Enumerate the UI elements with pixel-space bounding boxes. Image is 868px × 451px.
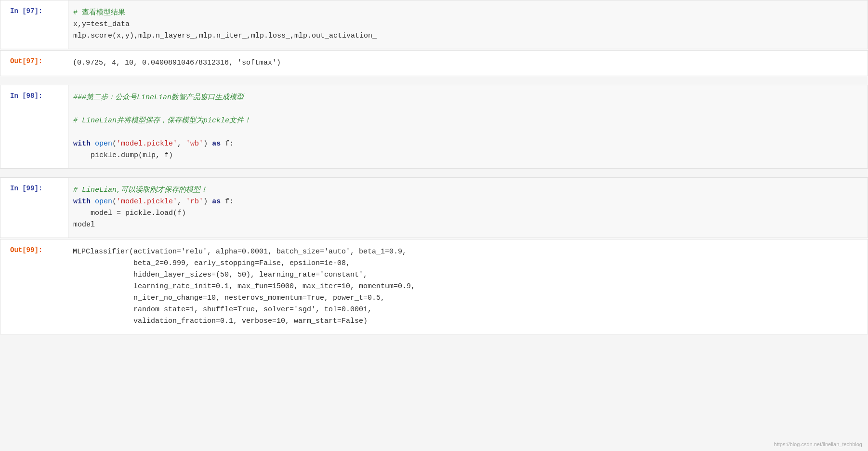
cell-98-code[interactable]: ###第二步：公众号LineLian数智产品窗口生成模型 # LineLian并… — [68, 85, 868, 168]
cell-99: In [99]: # LineLian,可以读取刚才保存的模型！ with op… — [0, 177, 868, 238]
cell-99-code[interactable]: # LineLian,可以读取刚才保存的模型！ with open('model… — [68, 178, 868, 238]
watermark: https://blog.csdn.net/linelian_techblog — [774, 441, 862, 447]
cell-98-in-label: In [98]: — [0, 85, 68, 168]
cell-97-output-row: Out[97]: (0.9725, 4, 10, 0.0400891046783… — [0, 51, 868, 76]
cell-97: In [97]: # 查看模型结果 x,y=test_data mlp.scor… — [0, 0, 868, 49]
cell-98-input: In [98]: ###第二步：公众号LineLian数智产品窗口生成模型 # … — [0, 85, 868, 168]
cell-99-input: In [99]: # LineLian,可以读取刚才保存的模型！ with op… — [0, 178, 868, 238]
cell-97-code[interactable]: # 查看模型结果 x,y=test_data mlp.score(x,y),ml… — [68, 0, 868, 49]
cell-99-output-block: Out[99]: MLPClassifier(activation='relu'… — [0, 239, 868, 334]
cell-99-out-label: Out[99]: — [0, 239, 68, 334]
cell-97-output-block: Out[97]: (0.9725, 4, 10, 0.0400891046783… — [0, 50, 868, 76]
cell-99-in-label: In [99]: — [0, 178, 68, 238]
cell-97-input: In [97]: # 查看模型结果 x,y=test_data mlp.scor… — [0, 0, 868, 49]
cell-99-output-row: Out[99]: MLPClassifier(activation='relu'… — [0, 239, 868, 334]
notebook: In [97]: # 查看模型结果 x,y=test_data mlp.scor… — [0, 0, 868, 451]
cell-97-out-label: Out[97]: — [0, 51, 68, 76]
cell-99-output-content: MLPClassifier(activation='relu', alpha=0… — [68, 239, 868, 334]
cell-97-output-content: (0.9725, 4, 10, 0.040089104678312316, 's… — [68, 51, 868, 76]
cell-97-in-label: In [97]: — [0, 0, 68, 49]
cell-98: In [98]: ###第二步：公众号LineLian数智产品窗口生成模型 # … — [0, 85, 868, 169]
